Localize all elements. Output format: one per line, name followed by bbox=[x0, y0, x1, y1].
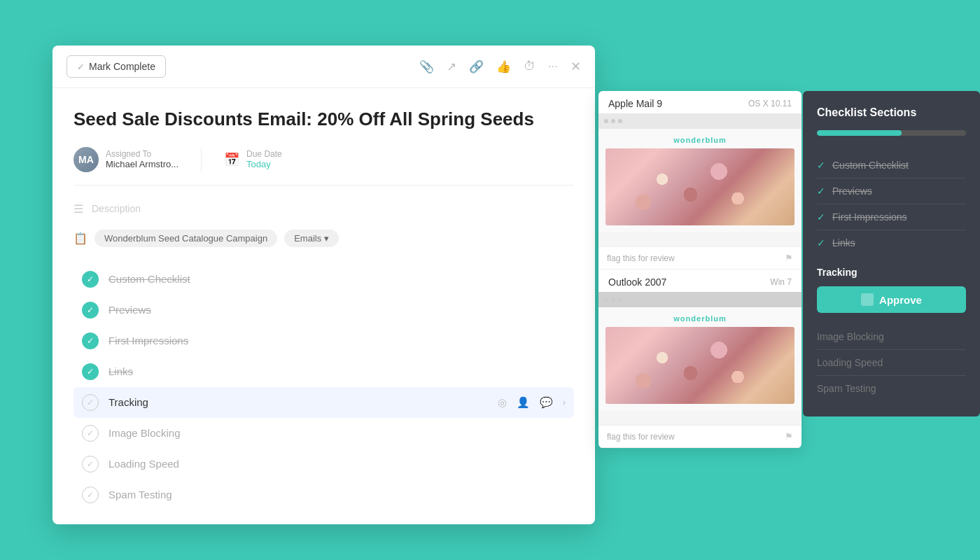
checklist-item-custom-checklist[interactable]: ✓ Custom Checklist bbox=[74, 264, 574, 295]
clock-icon[interactable]: ⏱ bbox=[524, 59, 536, 74]
checklist-item-first-impressions[interactable]: ✓ First Impressions bbox=[74, 326, 574, 356]
comment-icon[interactable]: 💬 bbox=[540, 396, 553, 409]
chevron-down-icon: ▾ bbox=[324, 233, 329, 244]
browser-dot bbox=[618, 119, 622, 123]
due-date-meta: 📅 Due Date Today bbox=[224, 149, 282, 169]
due-date-value: Today bbox=[246, 159, 282, 169]
item-actions: ◎ 👤 💬 › bbox=[498, 396, 566, 409]
assigned-to-value: Michael Armstro... bbox=[106, 159, 178, 169]
assigned-to-label: Assigned To bbox=[106, 149, 178, 159]
flower-overlay bbox=[606, 148, 794, 225]
flag-text-2[interactable]: flag this for review bbox=[607, 432, 675, 442]
flag-icon-2[interactable]: ⚑ bbox=[785, 431, 793, 442]
browser-dot bbox=[604, 119, 608, 123]
check-circle-done: ✓ bbox=[82, 363, 99, 380]
checklist-label: Image Blocking bbox=[108, 427, 181, 439]
browser-dot bbox=[618, 298, 622, 302]
sidebar-item-spam-testing[interactable]: Spam Testing bbox=[817, 376, 966, 401]
check-circle-empty: ✓ bbox=[82, 394, 99, 411]
type-tag-dropdown[interactable]: Emails ▾ bbox=[284, 230, 339, 247]
checklist-label: Links bbox=[108, 365, 133, 377]
sidebar-item-label: First Impressions bbox=[832, 211, 907, 223]
check-circle-done: ✓ bbox=[82, 302, 99, 318]
toolbar: ✓ Mark Complete 📎 ↗ 🔗 👍 ⏱ ··· ✕ bbox=[52, 46, 595, 88]
share-icon[interactable]: ↗ bbox=[447, 59, 456, 74]
flower-image-2 bbox=[606, 327, 794, 404]
sidebar-item-label: Custom Checklist bbox=[832, 160, 909, 171]
email-content: wonderblum bbox=[598, 129, 802, 232]
preview-card-header: Apple Mail 9 OS X 10.11 bbox=[598, 91, 802, 113]
preview-client-label: Apple Mail 9 bbox=[608, 98, 662, 109]
checklist-label: Previews bbox=[108, 304, 151, 316]
preview-flag-row-2: flag this for review ⚑ bbox=[598, 425, 802, 447]
sidebar-completed-items: ✓ Custom Checklist ✓ Previews ✓ First Im… bbox=[817, 153, 966, 255]
sidebar-item-image-blocking[interactable]: Image Blocking bbox=[817, 324, 966, 350]
preview-os-label: Win 7 bbox=[770, 277, 792, 287]
thumbsup-icon[interactable]: 👍 bbox=[496, 59, 511, 74]
flower-overlay-2 bbox=[606, 327, 794, 404]
description-placeholder: Description bbox=[92, 203, 141, 214]
check-icon: ✓ bbox=[817, 211, 825, 223]
close-icon[interactable]: ✕ bbox=[570, 59, 581, 74]
flag-icon[interactable]: ⚑ bbox=[785, 253, 793, 263]
link-icon[interactable]: 🔗 bbox=[469, 59, 484, 74]
sidebar-item-loading-speed[interactable]: Loading Speed bbox=[817, 350, 966, 376]
preview-image-area: wonderblum bbox=[598, 113, 802, 246]
checklist-label: Custom Checklist bbox=[108, 273, 190, 285]
campaign-tag[interactable]: Wonderblum Seed Catalogue Campaign bbox=[94, 230, 277, 247]
progress-bar-fill bbox=[817, 130, 902, 136]
preview-os-label: OS X 10.11 bbox=[748, 99, 792, 108]
checklist-item-links[interactable]: ✓ Links bbox=[74, 356, 574, 387]
checklist-label: Spam Testing bbox=[108, 489, 172, 500]
preview-card-apple-mail: Apple Mail 9 OS X 10.11 wonderblum flag … bbox=[598, 91, 802, 270]
avatar: MA bbox=[74, 147, 99, 172]
sidebar-item-links[interactable]: ✓ Links bbox=[817, 230, 966, 255]
flower-image bbox=[606, 148, 794, 225]
check-circle-done: ✓ bbox=[82, 332, 99, 349]
mark-complete-button[interactable]: ✓ Mark Complete bbox=[66, 55, 166, 78]
user-icon[interactable]: 👤 bbox=[517, 396, 530, 409]
email-content-2: wonderblum bbox=[598, 307, 802, 411]
sidebar-item-previews[interactable]: ✓ Previews bbox=[817, 178, 966, 204]
checklist-item-spam-testing[interactable]: ✓ Spam Testing bbox=[74, 479, 574, 510]
type-tag-label: Emails bbox=[294, 233, 321, 244]
checklist-item-previews[interactable]: ✓ Previews bbox=[74, 295, 574, 326]
check-circle-empty: ✓ bbox=[82, 456, 99, 472]
assign-icon[interactable]: ◎ bbox=[498, 396, 507, 409]
checklist: ✓ Custom Checklist ✓ Previews ✓ First Im… bbox=[74, 264, 574, 510]
meta-row: MA Assigned To Michael Armstro... 📅 Due … bbox=[74, 147, 574, 186]
sidebar-item-custom-checklist[interactable]: ✓ Custom Checklist bbox=[817, 153, 966, 178]
browser-dot bbox=[604, 298, 608, 302]
sidebar-item-label: Loading Speed bbox=[817, 357, 883, 368]
approve-button[interactable]: Approve bbox=[817, 286, 966, 313]
checklist-label-active: Tracking bbox=[108, 396, 148, 408]
check-circle-done: ✓ bbox=[82, 271, 99, 288]
preview-client-label: Outlook 2007 bbox=[608, 276, 666, 288]
preview-flag-row: flag this for review ⚑ bbox=[598, 246, 802, 269]
sidebar-item-label: Spam Testing bbox=[817, 383, 876, 394]
brand-logo: wonderblum bbox=[606, 136, 794, 144]
tags-row: 📋 Wonderblum Seed Catalogue Campaign Ema… bbox=[74, 230, 574, 247]
check-icon: ✓ bbox=[817, 237, 825, 248]
checklist-sidebar: Checklist Sections ✓ Custom Checklist ✓ … bbox=[803, 91, 980, 416]
sidebar-active-section: Tracking Approve bbox=[817, 267, 966, 313]
sidebar-item-first-impressions[interactable]: ✓ First Impressions bbox=[817, 204, 966, 230]
meta-divider bbox=[201, 147, 202, 172]
check-icon: ✓ bbox=[77, 62, 85, 72]
browser-dot bbox=[611, 298, 615, 302]
description-row[interactable]: ☰ Description bbox=[74, 202, 574, 216]
check-icon: ✓ bbox=[817, 186, 825, 197]
task-title: Seed Sale Discounts Email: 20% Off All S… bbox=[74, 108, 574, 132]
mark-complete-label: Mark Complete bbox=[89, 61, 155, 72]
flag-text[interactable]: flag this for review bbox=[607, 253, 675, 263]
description-icon: ☰ bbox=[74, 202, 83, 216]
paperclip-icon[interactable]: 📎 bbox=[419, 59, 434, 74]
checklist-item-tracking[interactable]: ✓ Tracking ◎ 👤 💬 › bbox=[74, 387, 574, 418]
approve-label: Approve bbox=[879, 294, 922, 306]
more-icon[interactable]: ··· bbox=[548, 59, 558, 74]
approve-icon bbox=[861, 293, 874, 306]
checklist-item-loading-speed[interactable]: ✓ Loading Speed bbox=[74, 449, 574, 479]
sidebar-item-label: Image Blocking bbox=[817, 331, 884, 342]
assigned-to-info: Assigned To Michael Armstro... bbox=[106, 149, 178, 169]
checklist-item-image-blocking[interactable]: ✓ Image Blocking bbox=[74, 418, 574, 449]
